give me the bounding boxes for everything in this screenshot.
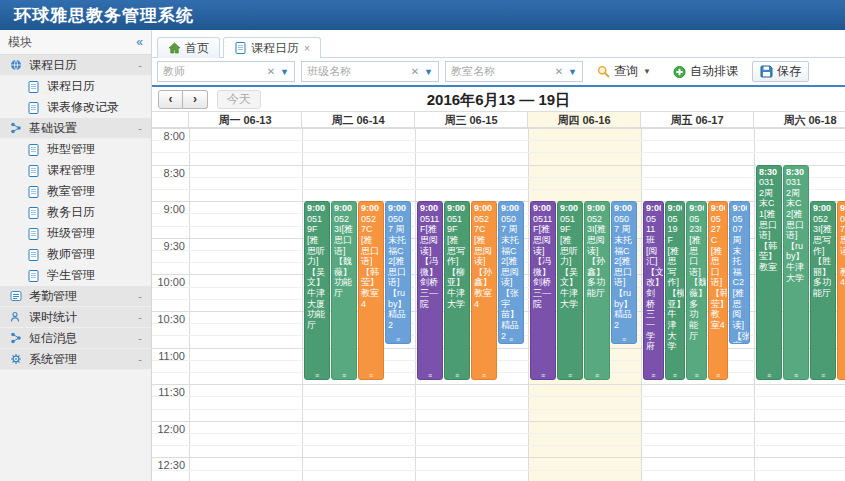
search-button[interactable]: 查询▼ <box>589 61 659 82</box>
save-icon <box>760 65 773 78</box>
calendar-event[interactable]: 9:00 - 11:300523I[雅思口语]【魏薇】功能厅≡ <box>331 201 357 380</box>
auto-schedule-button[interactable]: 自动排课 <box>665 61 746 82</box>
prev-week-button[interactable]: ‹ <box>158 90 183 109</box>
event-resize-handle[interactable]: ≡ <box>644 373 663 379</box>
event-time: 9:00 - 11:30 <box>334 203 354 214</box>
event-resize-handle[interactable]: ≡ <box>709 373 728 379</box>
chevron-down-icon[interactable]: ▼ <box>280 67 289 77</box>
sidebar-item[interactable]: 班型管理 <box>0 139 151 160</box>
calendar-event[interactable]: 9:00 - 11:300519F[雅思写作]【柳亚】牛津大学≡ <box>444 201 470 380</box>
calendar-event[interactable]: 9:00 - 11:300527[雅思阅读]【丰】教室4≡ <box>837 201 845 380</box>
calendar-event[interactable]: 9:00 - 11:300523I[雅思口语]【魏薇】多功能厅≡ <box>686 201 707 380</box>
calendar-event[interactable]: 9:00 - 11:300527C[雅思阅读]【孙鑫】教室4≡ <box>471 201 497 380</box>
sidebar-header-label: 模块 <box>8 34 32 51</box>
sidebar-collapse-icon[interactable]: « <box>136 35 143 49</box>
event-time: 9:00 - 11:30 <box>646 203 661 214</box>
day-header: 周四 06-16 <box>528 112 641 127</box>
event-resize-handle[interactable]: ≡ <box>305 373 329 379</box>
group-caret-icon[interactable]: - <box>138 59 142 71</box>
calendar-event[interactable]: 9:00 - 11:300519F[雅思听力]【吴文】牛津大学≡ <box>557 201 583 380</box>
clear-icon[interactable]: ✕ <box>411 66 419 77</box>
clear-icon[interactable]: ✕ <box>555 66 563 77</box>
day-header-row: 周一 06-13周二 06-14周三 06-15周四 06-16周五 06-17… <box>152 111 845 128</box>
sidebar-item[interactable]: 教室管理 <box>0 181 151 202</box>
day-column[interactable] <box>189 128 302 481</box>
event-resize-handle[interactable]: ≡ <box>359 373 383 379</box>
calendar-event[interactable]: 8:30 - 11:300312周末C1[雅思口语]【韩莹】教室≡ <box>756 165 782 381</box>
sidebar-item[interactable]: 班级管理 <box>0 223 151 244</box>
event-resize-handle[interactable]: ≡ <box>499 337 523 343</box>
event-resize-handle[interactable]: ≡ <box>418 373 442 379</box>
event-resize-handle[interactable]: ≡ <box>666 373 685 379</box>
event-resize-handle[interactable]: ≡ <box>585 373 609 379</box>
clear-icon[interactable]: ✕ <box>267 66 275 77</box>
calendar-grid[interactable]: 8:008:309:009:3010:0010:3011:0011:3012:0… <box>152 128 845 481</box>
calendar-event[interactable]: 9:00 - 11:300511F[雅思阅读]【冯微】剑桥三—院≡ <box>530 201 556 380</box>
chevron-down-icon[interactable]: ▼ <box>424 67 433 77</box>
event-title: 0507 周末托福C2[雅思口语]【ruby】精品2 <box>614 214 634 331</box>
sidebar-group[interactable]: 短信消息- <box>0 328 151 349</box>
event-resize-handle[interactable]: ≡ <box>757 373 781 379</box>
calendar-event[interactable]: 9:00 - 11:300511F[雅思阅读]【冯微】剑桥三—院≡ <box>417 201 443 380</box>
tab-close-icon[interactable]: × <box>304 43 310 54</box>
group-caret-icon[interactable]: - <box>138 122 142 134</box>
group-caret-icon[interactable]: - <box>138 332 142 344</box>
event-resize-handle[interactable]: ≡ <box>445 373 469 379</box>
filter-combobox[interactable]: 教室名称✕▼ <box>445 61 583 82</box>
sidebar-item[interactable]: 课程日历 <box>0 76 151 97</box>
sidebar-item-label: 学生管理 <box>47 267 95 284</box>
chevron-down-icon[interactable]: ▼ <box>568 67 577 77</box>
event-resize-handle[interactable]: ≡ <box>558 373 582 379</box>
sidebar-group[interactable]: 课程日历- <box>0 55 151 76</box>
calendar-event[interactable]: 9:00 - 11:000507 周末托福C2[雅思口语]【ruby】精品2≡ <box>385 201 411 343</box>
calendar-event[interactable]: 9:00 - 11:300527C[雅思口语]【韩莹】教室4≡ <box>358 201 384 380</box>
sidebar-item[interactable]: 教师管理 <box>0 244 151 265</box>
sidebar-item-label: 教务日历 <box>47 204 95 221</box>
group-caret-icon[interactable]: - <box>138 311 142 323</box>
next-week-button[interactable]: › <box>183 90 208 109</box>
filter-combobox[interactable]: 班级名称✕▼ <box>301 61 439 82</box>
sidebar-group[interactable]: 考勤管理- <box>0 286 151 307</box>
calendar-event[interactable]: 9:00 - 11:300511班[阅汇]【文改】剑桥三一学府≡ <box>643 201 664 380</box>
list-icon <box>9 290 22 302</box>
event-resize-handle[interactable]: ≡ <box>531 373 555 379</box>
event-resize-handle[interactable]: ≡ <box>811 373 835 379</box>
group-caret-icon[interactable]: - <box>138 290 142 302</box>
save-button[interactable]: 保存 <box>752 61 809 82</box>
filter-combobox[interactable]: 教师✕▼ <box>157 61 295 82</box>
sidebar-item[interactable]: 学生管理 <box>0 265 151 286</box>
sidebar: 模块 « 课程日历-课程日历课表修改记录基础设置-班型管理课程管理教室管理教务日… <box>0 30 152 481</box>
calendar-event[interactable]: 9:00 - 11:000507 周末托福C2[雅思阅读]【张宇苗】精品2≡ <box>498 201 524 343</box>
time-label: 12:30 <box>152 459 185 471</box>
event-resize-handle[interactable]: ≡ <box>472 373 496 379</box>
sidebar-item[interactable]: 课程管理 <box>0 160 151 181</box>
event-resize-handle[interactable]: ≡ <box>730 337 749 343</box>
sidebar-item[interactable]: 教务日历 <box>0 202 151 223</box>
today-button[interactable]: 今天 <box>217 90 261 109</box>
tab-active[interactable]: 课程日历× <box>223 37 321 58</box>
calendar-event[interactable]: 9:00 - 11:000507 周末托福C2[雅思口语]【ruby】精品2≡ <box>611 201 637 343</box>
calendar-event[interactable]: 9:00 - 11:300523I[雅思写作]【胜丽】多功能厅≡ <box>810 201 836 380</box>
calendar-event[interactable]: 8:30 - 11:300312周末C2[雅思口语]【ruby】牛津大学≡ <box>783 165 809 381</box>
sidebar-group[interactable]: 基础设置- <box>0 118 151 139</box>
tab-home[interactable]: 首页 <box>157 37 220 58</box>
calendar-event[interactable]: 9:00 - 11:300519F[雅思听力]【吴文】牛津大厦功能厅≡ <box>304 201 330 380</box>
event-resize-handle[interactable]: ≡ <box>612 337 636 343</box>
sidebar-group[interactable]: 系统管理- <box>0 349 151 370</box>
day-header: 周五 06-17 <box>641 112 754 127</box>
event-resize-handle[interactable]: ≡ <box>386 337 410 343</box>
calendar-event[interactable]: 9:00 - 11:300523I[雅思阅读]【孙鑫】多功能厅≡ <box>584 201 610 380</box>
sidebar-group[interactable]: 课时统计- <box>0 307 151 328</box>
calendar-event[interactable]: 9:00 - 11:000507 周末托福C2[雅思阅读]【张宇苗】精品2≡ <box>729 201 750 343</box>
sidebar-item[interactable]: 课表修改记录 <box>0 97 151 118</box>
group-caret-icon[interactable]: - <box>138 353 142 365</box>
globe-icon <box>9 59 22 71</box>
sidebar-menu: 课程日历-课程日历课表修改记录基础设置-班型管理课程管理教室管理教务日历班级管理… <box>0 55 151 370</box>
event-resize-handle[interactable]: ≡ <box>838 373 845 379</box>
calendar-event[interactable]: 9:00 - 11:300519F[雅思写作]【柳亚】牛津大学≡ <box>665 201 686 380</box>
calendar-event[interactable]: 9:00 - 11:300527C[雅思口语]【韩莹】教室4≡ <box>708 201 729 380</box>
event-resize-handle[interactable]: ≡ <box>687 373 706 379</box>
event-resize-handle[interactable]: ≡ <box>784 373 808 379</box>
event-resize-handle[interactable]: ≡ <box>332 373 356 379</box>
sidebar-item-label: 教师管理 <box>47 246 95 263</box>
